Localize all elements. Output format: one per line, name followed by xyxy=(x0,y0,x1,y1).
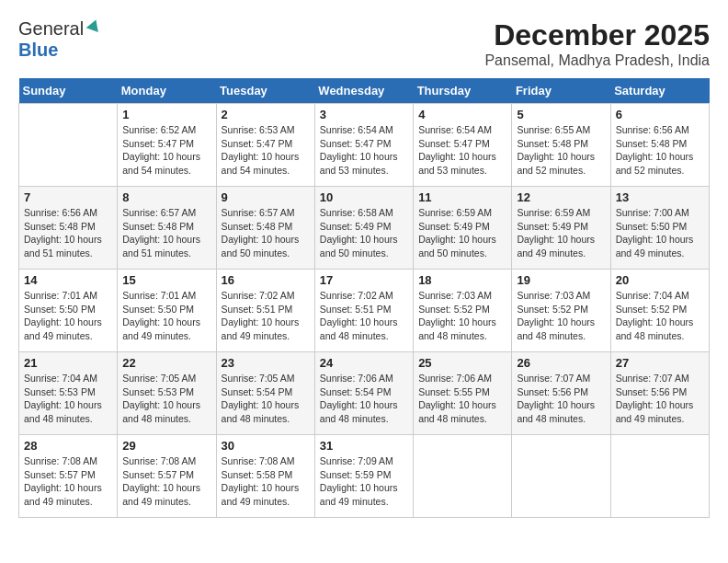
day-number: 29 xyxy=(122,439,210,453)
table-row: 25Sunrise: 7:06 AMSunset: 5:55 PMDayligh… xyxy=(414,352,512,435)
table-row: 14Sunrise: 7:01 AMSunset: 5:50 PMDayligh… xyxy=(19,270,118,352)
day-info: Sunrise: 6:59 AMSunset: 5:49 PMDaylight:… xyxy=(418,206,506,260)
calendar-week-row: 21Sunrise: 7:04 AMSunset: 5:53 PMDayligh… xyxy=(19,352,710,435)
day-info: Sunrise: 6:54 AMSunset: 5:47 PMDaylight:… xyxy=(320,123,408,178)
day-info: Sunrise: 6:57 AMSunset: 5:48 PMDaylight:… xyxy=(222,206,310,260)
header-saturday: Saturday xyxy=(610,78,709,104)
day-info: Sunrise: 7:02 AMSunset: 5:51 PMDaylight:… xyxy=(320,289,408,343)
day-info: Sunrise: 7:00 AMSunset: 5:50 PMDaylight:… xyxy=(616,206,704,260)
table-row: 5Sunrise: 6:55 AMSunset: 5:48 PMDaylight… xyxy=(512,104,610,187)
table-row: 9Sunrise: 6:57 AMSunset: 5:48 PMDaylight… xyxy=(216,187,314,270)
day-info: Sunrise: 7:05 AMSunset: 5:53 PMDaylight:… xyxy=(122,372,210,426)
table-row: 21Sunrise: 7:04 AMSunset: 5:53 PMDayligh… xyxy=(19,352,118,435)
table-row: 7Sunrise: 6:56 AMSunset: 5:48 PMDaylight… xyxy=(19,187,118,270)
day-info: Sunrise: 7:08 AMSunset: 5:57 PMDaylight:… xyxy=(122,454,210,509)
day-number: 4 xyxy=(418,108,506,121)
table-row: 28Sunrise: 7:08 AMSunset: 5:57 PMDayligh… xyxy=(19,435,118,518)
day-number: 22 xyxy=(122,356,210,370)
day-number: 25 xyxy=(418,356,506,370)
day-info: Sunrise: 7:08 AMSunset: 5:57 PMDaylight:… xyxy=(24,454,112,509)
table-row: 19Sunrise: 7:03 AMSunset: 5:52 PMDayligh… xyxy=(512,270,610,352)
day-number: 11 xyxy=(418,190,506,204)
day-number: 6 xyxy=(616,108,704,121)
day-number: 17 xyxy=(320,273,408,287)
day-info: Sunrise: 7:03 AMSunset: 5:52 PMDaylight:… xyxy=(418,289,506,343)
day-number: 5 xyxy=(517,108,605,121)
calendar-subtitle: Pansemal, Madhya Pradesh, India xyxy=(484,52,710,69)
day-info: Sunrise: 6:55 AMSunset: 5:48 PMDaylight:… xyxy=(517,123,605,178)
day-info: Sunrise: 6:53 AMSunset: 5:47 PMDaylight:… xyxy=(222,123,310,178)
title-area: December 2025 Pansemal, Madhya Pradesh, … xyxy=(484,18,710,69)
table-row: 11Sunrise: 6:59 AMSunset: 5:49 PMDayligh… xyxy=(414,187,512,270)
day-number: 12 xyxy=(517,190,605,204)
day-number: 1 xyxy=(122,108,210,121)
table-row: 18Sunrise: 7:03 AMSunset: 5:52 PMDayligh… xyxy=(414,270,512,352)
day-info: Sunrise: 6:54 AMSunset: 5:47 PMDaylight:… xyxy=(418,123,506,178)
logo: General Blue xyxy=(18,18,102,61)
day-number: 27 xyxy=(616,356,704,370)
table-row: 24Sunrise: 7:06 AMSunset: 5:54 PMDayligh… xyxy=(314,352,413,435)
day-info: Sunrise: 7:08 AMSunset: 5:58 PMDaylight:… xyxy=(222,454,310,509)
header-friday: Friday xyxy=(512,78,610,104)
table-row xyxy=(610,435,709,518)
logo-blue: Blue xyxy=(18,40,58,60)
day-header-row: Sunday Monday Tuesday Wednesday Thursday… xyxy=(19,78,710,104)
day-number: 26 xyxy=(517,356,605,370)
table-row: 27Sunrise: 7:07 AMSunset: 5:56 PMDayligh… xyxy=(610,352,709,435)
calendar-title: December 2025 xyxy=(484,18,710,52)
day-info: Sunrise: 7:06 AMSunset: 5:55 PMDaylight:… xyxy=(418,372,506,426)
day-info: Sunrise: 7:07 AMSunset: 5:56 PMDaylight:… xyxy=(616,372,704,426)
table-row xyxy=(414,435,512,518)
table-row: 2Sunrise: 6:53 AMSunset: 5:47 PMDaylight… xyxy=(216,104,314,187)
table-row: 22Sunrise: 7:05 AMSunset: 5:53 PMDayligh… xyxy=(118,352,216,435)
table-row xyxy=(19,104,118,187)
table-row: 8Sunrise: 6:57 AMSunset: 5:48 PMDaylight… xyxy=(118,187,216,270)
day-number: 23 xyxy=(222,356,310,370)
day-number: 14 xyxy=(24,273,112,287)
logo-general: General xyxy=(18,18,84,40)
table-row: 31Sunrise: 7:09 AMSunset: 5:59 PMDayligh… xyxy=(314,435,413,518)
day-number: 9 xyxy=(222,190,310,204)
table-row: 4Sunrise: 6:54 AMSunset: 5:47 PMDaylight… xyxy=(414,104,512,187)
table-row: 26Sunrise: 7:07 AMSunset: 5:56 PMDayligh… xyxy=(512,352,610,435)
day-info: Sunrise: 7:01 AMSunset: 5:50 PMDaylight:… xyxy=(122,289,210,343)
day-info: Sunrise: 7:02 AMSunset: 5:51 PMDaylight:… xyxy=(222,289,310,343)
day-number: 2 xyxy=(222,108,310,121)
table-row: 10Sunrise: 6:58 AMSunset: 5:49 PMDayligh… xyxy=(314,187,413,270)
day-number: 24 xyxy=(320,356,408,370)
day-info: Sunrise: 6:58 AMSunset: 5:49 PMDaylight:… xyxy=(320,206,408,260)
header-thursday: Thursday xyxy=(414,78,512,104)
table-row: 17Sunrise: 7:02 AMSunset: 5:51 PMDayligh… xyxy=(314,270,413,352)
day-number: 3 xyxy=(320,108,408,121)
header-sunday: Sunday xyxy=(19,78,118,104)
day-number: 19 xyxy=(517,273,605,287)
day-number: 8 xyxy=(122,190,210,204)
day-number: 31 xyxy=(320,439,408,453)
day-info: Sunrise: 7:06 AMSunset: 5:54 PMDaylight:… xyxy=(320,372,408,426)
table-row xyxy=(512,435,610,518)
logo-arrow-icon xyxy=(85,17,102,38)
calendar-week-row: 7Sunrise: 6:56 AMSunset: 5:48 PMDaylight… xyxy=(19,187,710,270)
table-row: 15Sunrise: 7:01 AMSunset: 5:50 PMDayligh… xyxy=(118,270,216,352)
day-info: Sunrise: 7:07 AMSunset: 5:56 PMDaylight:… xyxy=(517,372,605,426)
calendar-week-row: 14Sunrise: 7:01 AMSunset: 5:50 PMDayligh… xyxy=(19,270,710,352)
table-row: 30Sunrise: 7:08 AMSunset: 5:58 PMDayligh… xyxy=(216,435,314,518)
day-info: Sunrise: 7:01 AMSunset: 5:50 PMDaylight:… xyxy=(24,289,112,343)
day-info: Sunrise: 7:03 AMSunset: 5:52 PMDaylight:… xyxy=(517,289,605,343)
header-wednesday: Wednesday xyxy=(314,78,413,104)
table-row: 29Sunrise: 7:08 AMSunset: 5:57 PMDayligh… xyxy=(118,435,216,518)
day-info: Sunrise: 6:56 AMSunset: 5:48 PMDaylight:… xyxy=(616,123,704,178)
table-row: 16Sunrise: 7:02 AMSunset: 5:51 PMDayligh… xyxy=(216,270,314,352)
table-row: 1Sunrise: 6:52 AMSunset: 5:47 PMDaylight… xyxy=(118,104,216,187)
day-number: 18 xyxy=(418,273,506,287)
day-number: 28 xyxy=(24,439,112,453)
day-number: 10 xyxy=(320,190,408,204)
table-row: 3Sunrise: 6:54 AMSunset: 5:47 PMDaylight… xyxy=(314,104,413,187)
page-header: General Blue December 2025 Pansemal, Mad… xyxy=(18,18,710,69)
table-row: 6Sunrise: 6:56 AMSunset: 5:48 PMDaylight… xyxy=(610,104,709,187)
table-row: 20Sunrise: 7:04 AMSunset: 5:52 PMDayligh… xyxy=(610,270,709,352)
calendar-week-row: 1Sunrise: 6:52 AMSunset: 5:47 PMDaylight… xyxy=(19,104,710,187)
day-info: Sunrise: 7:05 AMSunset: 5:54 PMDaylight:… xyxy=(222,372,310,426)
day-info: Sunrise: 7:09 AMSunset: 5:59 PMDaylight:… xyxy=(320,454,408,509)
day-info: Sunrise: 6:56 AMSunset: 5:48 PMDaylight:… xyxy=(24,206,112,260)
